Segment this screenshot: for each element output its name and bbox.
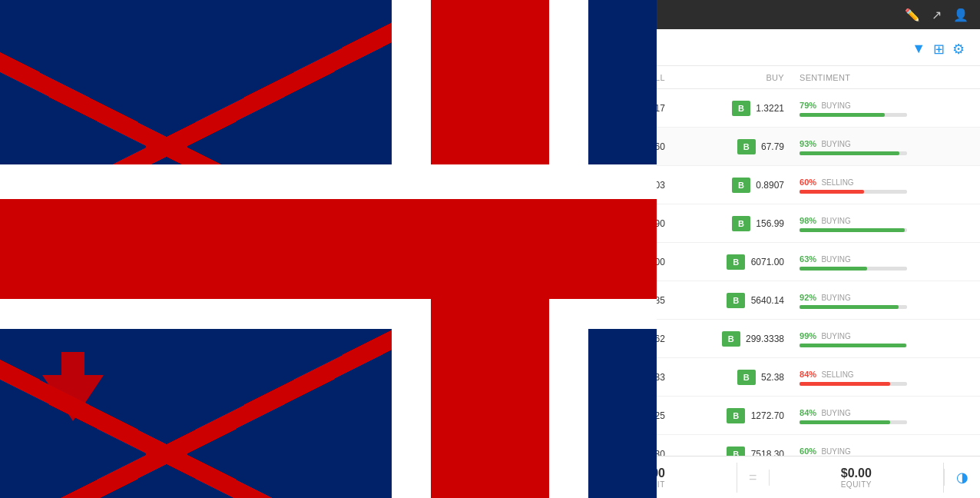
sentiment-pct: 60% [800, 447, 816, 456]
col-buy: BUY [673, 66, 792, 89]
buy-price: 299.3338 [746, 334, 784, 344]
sentiment-bar-bg [800, 190, 907, 194]
settings-icon[interactable]: ⚙ [952, 41, 965, 58]
sentiment-bar-bg [800, 228, 907, 232]
share-icon[interactable]: ↗ [932, 8, 942, 22]
buy-cell: B 67.79 [673, 128, 792, 166]
sentiment-bar-fill [800, 305, 899, 309]
buy-price: 67.79 [761, 141, 784, 152]
sentiment-bar-fill [800, 151, 899, 155]
sentiment-pct: 92% [800, 293, 816, 302]
buy-price: 7518.30 [751, 449, 784, 456]
sentiment-label: BUYING [821, 409, 850, 417]
buy-price: 5640.14 [751, 295, 784, 306]
sentiment-pct: 60% [800, 178, 816, 187]
content: My Watchlist ▼ ▼ ⊞ ⚙ MARKETS CHANGE 1D ⇅ [150, 29, 980, 498]
table-row: UK100 -0.09% (-6.50) [150, 435, 980, 456]
sentiment-pct: 99% [800, 331, 816, 340]
sentiment-cell: 84% BUYING [792, 397, 980, 435]
sentiment-bar-fill [800, 382, 890, 386]
buy-cell: B 1272.70 [673, 397, 792, 435]
buy-price: 1272.70 [751, 410, 784, 421]
sentiment-bar-bg [800, 420, 907, 424]
sentiment-label: BUYING [821, 255, 850, 264]
buy-cell: B 0.8907 [673, 166, 792, 204]
buy-price: 1.3221 [756, 103, 784, 114]
sentiment-bar-bg [800, 305, 907, 309]
equity-section: $0.00 EQUITY [770, 463, 944, 493]
sentiment-bar-bg [800, 267, 907, 271]
sentiment-bar-bg [800, 344, 907, 347]
market-cell: UK100 [150, 435, 326, 456]
buy-button[interactable]: B [727, 254, 745, 270]
buy-button[interactable]: B [727, 408, 745, 423]
buy-cell: B 1.3221 [673, 89, 792, 128]
buy-cell: B 156.99 [673, 204, 792, 243]
sentiment-cell: 84% SELLING [792, 358, 980, 397]
buy-button[interactable]: B [727, 447, 745, 456]
buy-button[interactable]: B [732, 101, 750, 116]
sentiment-bar-fill [800, 420, 890, 424]
sentiment-label: BUYING [821, 101, 850, 110]
sentiment-label: BUYING [821, 294, 850, 302]
sentiment-pct: 63% [800, 254, 816, 264]
buy-price: 156.99 [756, 218, 784, 229]
watchlist-table: MARKETS CHANGE 1D ⇅ SELL BUY SENTIMENT [150, 66, 980, 456]
pie-chart-icon: ◑ [956, 469, 968, 486]
equity-label: EQUITY [841, 480, 872, 489]
user-icon[interactable]: 👤 [953, 8, 968, 22]
buy-price: 6071.00 [751, 257, 784, 267]
buy-cell: B 5640.14 [673, 281, 792, 320]
sentiment-label: SELLING [821, 370, 853, 379]
buy-button[interactable]: B [737, 370, 756, 385]
watchlist-tbody: GBPUSD 0.68% (0.0089) [150, 89, 980, 456]
sentiment-label: BUYING [821, 447, 850, 456]
equity-value: $0.00 [841, 466, 872, 480]
sentiment-pct: 84% [800, 370, 816, 379]
sentiment-pct: 84% [800, 408, 816, 417]
sentiment-bar-bg [800, 151, 907, 155]
buy-price: 52.38 [761, 372, 784, 383]
chart-icon-section: ◑ [944, 469, 980, 486]
sentiment-pct: 79% [800, 101, 816, 110]
buy-cell: B 52.38 [673, 358, 792, 397]
sentiment-bar-fill [800, 228, 905, 232]
buy-price: 0.8907 [756, 180, 784, 191]
buy-button[interactable]: B [727, 293, 745, 308]
topbar-icons: ✏️ ↗ 👤 [905, 8, 968, 22]
buy-cell: B 7518.30 [673, 435, 792, 456]
sentiment-label: BUYING [821, 140, 850, 148]
sentiment-cell: 79% BUYING [792, 89, 980, 128]
equals-icon: = [749, 470, 757, 486]
buy-button[interactable]: B [732, 216, 750, 231]
sentiment-bar-fill [800, 190, 864, 194]
watchlist-table-wrapper: MARKETS CHANGE 1D ⇅ SELL BUY SENTIMENT [150, 66, 980, 456]
sentiment-pct: 93% [800, 139, 816, 148]
sentiment-bar-fill [800, 344, 906, 347]
col-sentiment: SENTIMENT [792, 66, 980, 89]
equals: = [737, 470, 770, 486]
sentiment-cell: 92% BUYING [792, 281, 980, 320]
sentiment-bar-fill [800, 113, 885, 117]
sentiment-cell: 63% BUYING [792, 243, 980, 281]
sentiment-label: SELLING [821, 178, 853, 187]
sentiment-bar-bg [800, 382, 907, 386]
sentiment-cell: 98% BUYING [792, 204, 980, 243]
filter-icon[interactable]: ▼ [912, 41, 925, 57]
sentiment-pct: 98% [800, 216, 816, 225]
buy-button[interactable]: B [737, 139, 756, 154]
sentiment-label: BUYING [821, 217, 850, 225]
sentiment-bar-fill [800, 267, 867, 271]
grid-icon[interactable]: ⊞ [933, 41, 945, 58]
sentiment-cell: 99% BUYING [792, 320, 980, 358]
sentiment-cell: 60% SELLING [792, 166, 980, 204]
buy-button[interactable]: B [732, 178, 750, 193]
sentiment-bar-bg [800, 113, 907, 117]
watchlist-actions: ▼ ⊞ ⚙ [912, 41, 965, 58]
buy-cell: B 6071.00 [673, 243, 792, 281]
pencil-icon[interactable]: ✏️ [905, 8, 920, 22]
sentiment-cell: 93% BUYING [792, 128, 980, 166]
main-layout: cbowen951 Complete Profile TRADE REAL 👁 … [0, 29, 980, 498]
buy-button[interactable]: B [722, 331, 740, 347]
sentiment-label: BUYING [821, 332, 850, 340]
